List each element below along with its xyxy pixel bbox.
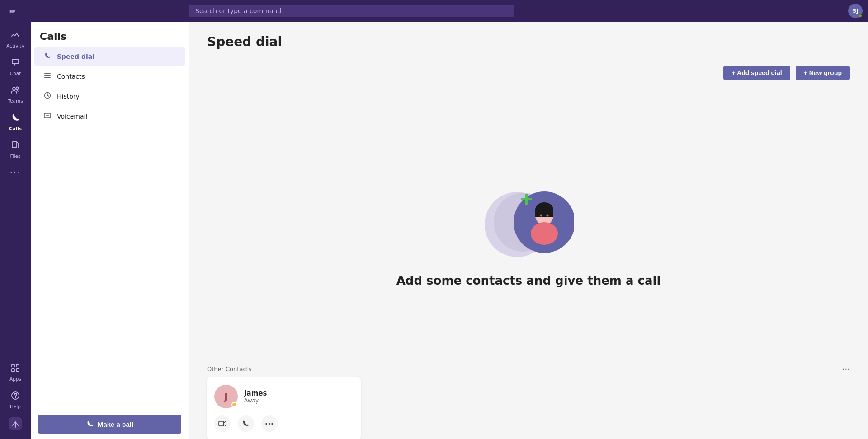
content-header: Speed dial: [189, 22, 868, 57]
svg-point-0: [13, 87, 15, 90]
history-label: History: [57, 93, 80, 100]
calls-nav-history[interactable]: History: [34, 87, 185, 106]
activity-label: Activity: [6, 43, 24, 48]
contact-info: James Away: [244, 389, 267, 404]
svg-rect-10: [44, 73, 51, 74]
contact-status-dot: [231, 402, 237, 407]
empty-state-text: Add some contacts and give them a call: [396, 274, 661, 287]
svg-rect-5: [12, 369, 14, 372]
avatar[interactable]: SJ: [848, 4, 863, 18]
voicemail-icon: [43, 111, 52, 121]
teams-icon: [10, 85, 20, 96]
main-layout: Activity Chat Teams Calls Files ···: [0, 22, 868, 439]
contacts-icon: [43, 72, 52, 81]
sidebar-item-calls[interactable]: Calls: [4, 109, 27, 135]
add-speed-dial-label: + Add speed dial: [731, 69, 782, 76]
svg-text:+: +: [520, 187, 533, 211]
search-bar[interactable]: Search or type a command: [189, 5, 514, 17]
calls-label: Calls: [9, 126, 22, 131]
svg-rect-21: [535, 210, 553, 217]
status-dot: [859, 14, 862, 18]
calls-icon: [10, 113, 20, 124]
main-content: Speed dial + Add speed dial + New group: [189, 22, 868, 439]
illustration-image: +: [483, 181, 574, 263]
more-nav-icon[interactable]: ···: [9, 167, 21, 178]
speed-dial-area: + Add speed dial + New group: [189, 57, 868, 439]
upload-icon[interactable]: [7, 415, 24, 432]
contact-actions: ···: [214, 414, 354, 432]
sidebar-item-apps[interactable]: Apps: [4, 359, 27, 385]
calls-nav: Speed dial Contacts History Voicemail: [31, 47, 189, 409]
new-group-label: + New group: [804, 69, 842, 76]
contact-name: James: [244, 389, 267, 397]
calls-nav-voicemail[interactable]: Voicemail: [34, 107, 185, 126]
apps-icon: [10, 363, 20, 374]
svg-point-1: [16, 87, 19, 90]
contact-avatar: J: [214, 385, 238, 408]
avatar-initials: SJ: [852, 8, 858, 14]
help-label: Help: [10, 404, 21, 409]
svg-rect-11: [44, 75, 51, 76]
calls-nav-speed-dial[interactable]: Speed dial: [34, 47, 185, 66]
sidebar-item-files[interactable]: Files: [4, 137, 27, 162]
page-title: Speed dial: [207, 34, 850, 49]
add-speed-dial-button[interactable]: + Add speed dial: [723, 66, 790, 80]
activity-icon: [10, 30, 20, 41]
svg-point-8: [15, 397, 16, 398]
svg-rect-4: [16, 364, 19, 367]
history-icon: [43, 91, 52, 101]
calls-bottom: Make a call: [31, 409, 189, 439]
contact-video-button[interactable]: [214, 415, 231, 432]
make-call-label: Make a call: [98, 420, 133, 428]
files-label: Files: [10, 153, 20, 159]
svg-point-24: [546, 214, 548, 216]
contact-more-button[interactable]: ···: [261, 415, 278, 432]
files-icon: [10, 140, 20, 152]
teams-label: Teams: [8, 98, 23, 104]
contact-call-button[interactable]: [238, 415, 254, 432]
nav-sidebar: Activity Chat Teams Calls Files ···: [0, 22, 31, 439]
svg-rect-2: [12, 142, 17, 148]
chat-icon: [10, 57, 20, 69]
chat-label: Chat: [10, 71, 21, 76]
calls-nav-contacts[interactable]: Contacts: [34, 67, 185, 86]
contacts-label: Contacts: [57, 73, 85, 80]
contact-card-header: J James Away: [214, 385, 354, 408]
contact-status: Away: [244, 397, 267, 404]
sidebar-item-help[interactable]: Help: [4, 387, 27, 413]
apps-label: Apps: [9, 376, 21, 382]
help-icon: [10, 391, 20, 402]
compose-icon[interactable]: ✏: [5, 5, 19, 18]
calls-panel: Calls Speed dial Contacts History: [31, 22, 189, 439]
svg-rect-26: [219, 421, 224, 426]
svg-rect-6: [16, 369, 19, 372]
other-contacts-more-icon[interactable]: ···: [842, 364, 850, 374]
action-buttons: + Add speed dial + New group: [723, 66, 850, 80]
contact-card: J James Away: [207, 377, 361, 439]
other-contacts-label: Other Contacts: [207, 366, 251, 372]
contact-avatar-letter: J: [224, 391, 228, 402]
voicemail-label: Voicemail: [57, 113, 87, 120]
other-contacts: Other Contacts ··· J James Away: [207, 364, 850, 439]
search-placeholder: Search or type a command: [195, 7, 281, 14]
contact-more-icon: ···: [265, 419, 274, 429]
speed-dial-illustration: +: [483, 181, 574, 263]
sidebar-item-activity[interactable]: Activity: [4, 26, 27, 52]
svg-point-22: [531, 222, 558, 245]
calls-title: Calls: [31, 22, 189, 47]
svg-rect-3: [12, 364, 14, 367]
new-group-button[interactable]: + New group: [796, 66, 850, 80]
make-call-button[interactable]: Make a call: [38, 415, 181, 434]
svg-rect-12: [44, 77, 51, 78]
other-contacts-header: Other Contacts ···: [207, 364, 850, 374]
sidebar-item-chat[interactable]: Chat: [4, 54, 27, 80]
speed-dial-label: Speed dial: [57, 53, 94, 60]
svg-point-23: [540, 214, 542, 216]
speed-dial-icon: [43, 52, 52, 62]
illustration: + Add some contacts and give them a call: [396, 181, 661, 287]
topbar: ✏ Search or type a command SJ: [0, 0, 868, 22]
sidebar-item-teams[interactable]: Teams: [4, 81, 27, 107]
